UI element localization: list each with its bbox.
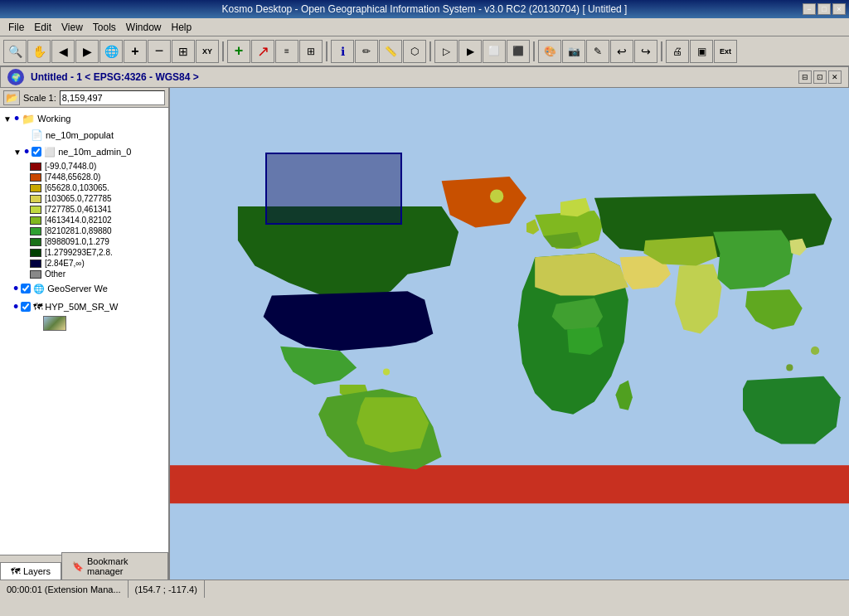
legend-label-6: [8210281.0,89880 bbox=[45, 226, 112, 235]
legend-row-9: [2.84E7,∞) bbox=[0, 258, 168, 269]
select-poly-button[interactable]: ▶ bbox=[458, 40, 482, 63]
legend-color-9 bbox=[30, 259, 41, 268]
map-window-controls[interactable]: ⊟ ⊡ ✕ bbox=[798, 70, 842, 84]
ext-button[interactable]: Ext bbox=[714, 40, 737, 63]
working-label: Working bbox=[37, 114, 70, 124]
color-picker-button[interactable]: 🎨 bbox=[538, 40, 561, 63]
layer-item-admin: ▼ • ⬜ ne_10m_admin_0 [-99.0,7448.0) [744… bbox=[0, 143, 168, 279]
scale-bar: 📂 Scale 1: bbox=[0, 88, 168, 108]
map-restore-button[interactable]: ⊟ bbox=[798, 70, 812, 84]
layers-tab-icon: 🗺 bbox=[11, 566, 20, 576]
geoserver-checkbox[interactable] bbox=[21, 284, 31, 293]
titlebar: Kosmo Desktop - Open Geographical Inform… bbox=[0, 0, 849, 18]
hyp-dot: • bbox=[13, 299, 18, 314]
legend-label-other: Other bbox=[45, 269, 65, 279]
layer-edit-button[interactable]: ✎ bbox=[586, 40, 609, 63]
menu-window[interactable]: Window bbox=[121, 20, 167, 35]
zoom-in-button[interactable]: + bbox=[124, 40, 147, 63]
main-content: 📂 Scale 1: ▼ • 📁 Working 📄 bbox=[0, 88, 849, 580]
zoom-xy-button[interactable]: XY bbox=[196, 40, 219, 63]
separator-1 bbox=[222, 41, 224, 61]
legend-color-4 bbox=[30, 206, 41, 214]
select-none-button[interactable]: ⬛ bbox=[507, 40, 530, 63]
layer-item-hyp[interactable]: • 🗺 HYP_50M_SR_W bbox=[0, 298, 168, 316]
status-coordinates: (154.7 ; -117.4) bbox=[129, 580, 205, 598]
zoom-out-button[interactable]: − bbox=[148, 40, 171, 63]
working-dot: • bbox=[14, 111, 19, 126]
minimize-button[interactable]: − bbox=[803, 3, 816, 15]
map-close-button[interactable]: ✕ bbox=[828, 70, 842, 84]
legend-row-6: [8210281.0,89880 bbox=[0, 226, 168, 236]
working-folder-icon: 📁 bbox=[22, 113, 35, 125]
window-controls[interactable]: − □ × bbox=[803, 3, 846, 15]
redo-button[interactable]: ↪ bbox=[634, 40, 657, 63]
digitize-button[interactable]: ✏ bbox=[355, 40, 378, 63]
legend-row-2: [65628.0,103065. bbox=[0, 182, 168, 193]
menu-edit[interactable]: Edit bbox=[29, 20, 56, 35]
legend-row-0: [-99.0,7448.0) bbox=[0, 161, 168, 172]
measure-button[interactable]: 📏 bbox=[379, 40, 402, 63]
legend-color-7 bbox=[30, 238, 41, 246]
maximize-button[interactable]: □ bbox=[817, 3, 831, 15]
menu-file[interactable]: File bbox=[3, 20, 29, 35]
caribbean bbox=[383, 368, 390, 375]
select-all-button[interactable]: ⬜ bbox=[483, 40, 506, 63]
hyp-checkbox[interactable] bbox=[21, 302, 31, 312]
forward-button[interactable]: ▶ bbox=[75, 40, 99, 63]
layer-admin-header[interactable]: ▼ • ⬜ ne_10m_admin_0 bbox=[0, 143, 168, 161]
bookmark-tab-icon: 🔖 bbox=[72, 561, 84, 572]
layer-props-button[interactable]: ≡ bbox=[275, 40, 298, 63]
iceland-path bbox=[490, 189, 503, 202]
attr-table-button[interactable]: ⊞ bbox=[299, 40, 323, 63]
bookmark-tab-label: Bookmark manager bbox=[87, 556, 158, 576]
hyp-color-swatch bbox=[43, 316, 66, 331]
remove-layer-button[interactable]: ↗ bbox=[251, 40, 274, 63]
menu-help[interactable]: Help bbox=[167, 20, 197, 35]
3d-button[interactable]: ▣ bbox=[690, 40, 713, 63]
zoom-fit-button[interactable]: ⊞ bbox=[172, 40, 195, 63]
nav-tools: 🔍 ✋ ◀ ▶ 🌐 + − ⊞ XY bbox=[3, 40, 219, 63]
tab-layers[interactable]: 🗺 Layers bbox=[0, 562, 61, 580]
info-tools: ℹ ✏ 📏 ⬡ bbox=[331, 40, 426, 63]
layer-item-populat[interactable]: 📄 ne_10m_populat bbox=[0, 128, 168, 143]
print-button[interactable]: 🖨 bbox=[666, 40, 689, 63]
select-tools: ▷ ▶ ⬜ ⬛ bbox=[434, 40, 530, 63]
screenshot-button[interactable]: 📷 bbox=[562, 40, 585, 63]
legend-row-1: [7448,65628.0) bbox=[0, 172, 168, 182]
scale-input[interactable] bbox=[60, 90, 165, 105]
menu-tools[interactable]: Tools bbox=[88, 20, 121, 35]
legend-color-5 bbox=[30, 216, 41, 225]
undo-button[interactable]: ↩ bbox=[610, 40, 633, 63]
hyp-icon: 🗺 bbox=[33, 302, 42, 312]
add-layer-button[interactable]: + bbox=[227, 40, 250, 63]
layer-tools: + ↗ ≡ ⊞ bbox=[227, 40, 323, 63]
back-button[interactable]: ◀ bbox=[51, 40, 75, 63]
scale-label: Scale 1: bbox=[23, 93, 56, 103]
island-2 bbox=[786, 364, 793, 371]
close-button[interactable]: × bbox=[832, 3, 846, 15]
brazil-path bbox=[357, 397, 429, 453]
zoom-rect-button[interactable]: 🔍 bbox=[3, 40, 27, 63]
admin-checkbox[interactable] bbox=[32, 147, 41, 157]
pan-button[interactable]: ✋ bbox=[27, 40, 51, 63]
geo-dot: • bbox=[13, 281, 18, 296]
left-panel: 📂 Scale 1: ▼ • 📁 Working 📄 bbox=[0, 88, 170, 580]
legend-row-other: Other bbox=[0, 269, 168, 279]
info-button[interactable]: ℹ bbox=[331, 40, 354, 63]
refresh-button[interactable]: 🌐 bbox=[99, 40, 123, 63]
working-group-header[interactable]: ▼ • 📁 Working bbox=[0, 109, 168, 128]
title-text: Kosmo Desktop - Open Geographical Inform… bbox=[222, 3, 628, 15]
separator-3 bbox=[429, 41, 431, 61]
misc-tools: 🖨 ▣ Ext bbox=[666, 40, 737, 63]
map-maximize-button[interactable]: ⊡ bbox=[813, 70, 827, 84]
extra-tools: 🎨 📷 ✎ ↩ ↪ bbox=[538, 40, 657, 63]
map-area[interactable] bbox=[170, 88, 849, 580]
layer-item-geoserver[interactable]: • 🌐 GeoServer We bbox=[0, 279, 168, 298]
menu-view[interactable]: View bbox=[56, 20, 88, 35]
working-group: ▼ • 📁 Working 📄 ne_10m_populat ▼ bbox=[0, 108, 168, 334]
open-folder-button[interactable]: 📂 bbox=[3, 90, 20, 105]
tab-bookmark[interactable]: 🔖 Bookmark manager bbox=[61, 552, 168, 580]
legend-color-2 bbox=[30, 184, 41, 192]
select-rect-button[interactable]: ▷ bbox=[434, 40, 458, 63]
edit-geom-button[interactable]: ⬡ bbox=[403, 40, 426, 63]
